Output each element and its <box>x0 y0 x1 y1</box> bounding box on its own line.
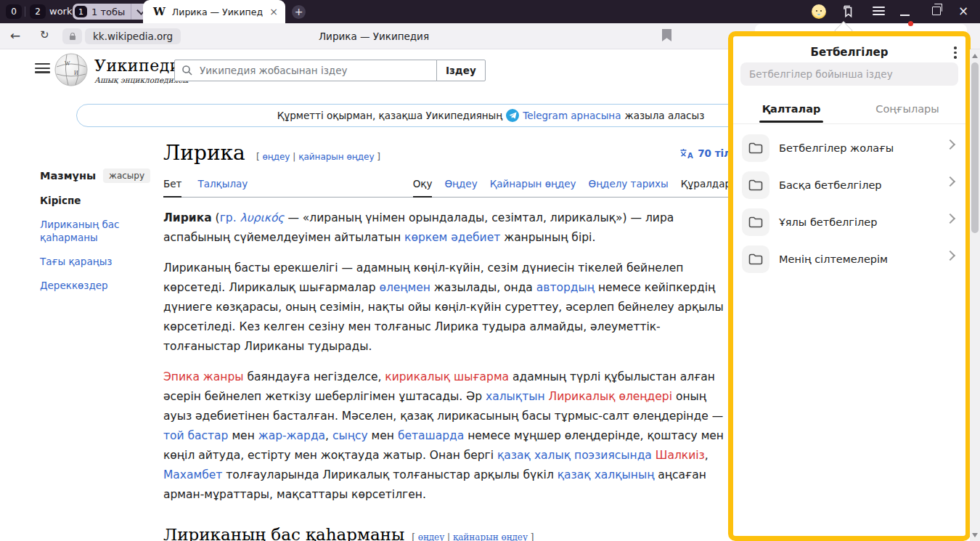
folder-row-other-bookmarks[interactable]: Басқа бетбелгілер <box>733 166 965 203</box>
new-tab-button[interactable]: + <box>292 5 306 19</box>
page-scrollbar[interactable] <box>970 49 980 541</box>
wiki-search-box[interactable] <box>174 60 437 81</box>
inline-link[interactable]: Лирикалық өлеңдері <box>549 390 673 403</box>
inline-text: жазылады, онда <box>430 281 536 294</box>
inline-link[interactable]: той бастар <box>163 429 228 442</box>
scrollbar-up-arrow[interactable] <box>972 54 978 58</box>
wiki-hamburger-icon[interactable] <box>35 63 50 73</box>
inline-text: мен <box>368 429 398 442</box>
search-icon <box>181 65 193 76</box>
folder-list: Бетбелгілер жолағы Басқа бетбелгілер Ұял… <box>733 129 965 277</box>
tab-title: Лирика — Уикипедия <box>172 7 263 17</box>
toc-item-kirispe[interactable]: Кіріспе <box>40 194 142 207</box>
work-group-count-badge[interactable]: 2 <box>30 4 46 19</box>
scrollbar-down-arrow[interactable] <box>972 533 978 537</box>
folder-label: Ұялы бетбелгілер <box>779 216 877 228</box>
scrollbar-thumb[interactable] <box>971 62 979 233</box>
toc-item-tagy-qaranyz[interactable]: Тағы қараңыз <box>40 255 142 268</box>
tab-tools[interactable]: Құралдар <box>681 174 731 197</box>
inline-link[interactable]: автордың <box>536 281 595 294</box>
active-tab-underline <box>759 121 823 123</box>
window-close-button[interactable]: × <box>958 4 968 18</box>
inline-link[interactable]: қазақ халық поэзиясында <box>497 449 652 462</box>
inline-link[interactable]: Эпика жанры <box>163 370 244 383</box>
inline-text: | <box>444 532 453 541</box>
svg-text:И: И <box>74 70 78 76</box>
inline-link[interactable]: сыңсу <box>332 429 368 442</box>
pinned-tabs-badge[interactable]: 0 <box>6 4 22 19</box>
active-tab[interactable]: W Лирика — Уикипедия × <box>143 0 285 23</box>
tab-history[interactable]: Өңделу тарихы <box>589 174 669 197</box>
inline-link[interactable]: халықтын <box>486 390 545 403</box>
inline-link[interactable]: гр. <box>220 211 237 224</box>
inline-link[interactable]: өңдеу <box>262 152 290 162</box>
window-restore-button[interactable] <box>932 7 941 15</box>
inline-text: мен <box>228 429 258 442</box>
wikipedia-logo[interactable]: W И <box>54 52 89 87</box>
tab-edit[interactable]: Өңдеу <box>444 174 477 197</box>
avatar-mouth <box>817 14 820 15</box>
folder-row-mobile-bookmarks[interactable]: Ұялы бетбелгілер <box>733 203 965 240</box>
panel-tabs: Қалталар Соңғылары <box>733 97 965 124</box>
translate-icon: A <box>679 148 693 159</box>
telegram-icon <box>506 109 519 122</box>
wikipedia-favicon: W <box>153 5 166 18</box>
toc-item-bas-qaharmany[interactable]: Лириканың бас қаһарманы <box>40 218 142 244</box>
folder-label: Бетбелгілер жолағы <box>779 142 894 154</box>
inline-link[interactable]: кирикалық шығарма <box>385 370 509 383</box>
inline-link[interactable]: көркем әдебиет <box>404 231 500 244</box>
toc-hide-button[interactable]: жасыру <box>103 168 150 183</box>
tabstrip-divider <box>25 7 25 17</box>
kebab-menu-icon[interactable] <box>954 46 957 61</box>
toc-item-derekkozder[interactable]: Дереккөздер <box>40 279 142 292</box>
tab-recent[interactable]: Соңғылары <box>849 97 965 123</box>
inline-link[interactable]: қазақ халқының <box>558 468 655 481</box>
browser-menu-icon[interactable] <box>873 7 885 16</box>
folder-row-my-links[interactable]: Менің сілтемелерім <box>733 240 965 277</box>
section-edit-links[interactable]: [ өңдеу | қайнарын өңдеу ] <box>412 532 534 541</box>
folder-row-bookmarks-bar[interactable]: Бетбелгілер жолағы <box>733 129 965 166</box>
window-minimize-button[interactable] <box>900 15 910 16</box>
banner-text-pre: Құрметті оқырман, қазақша Уикипедияның <box>277 110 503 121</box>
title-edit-links[interactable]: [ өңдеу | қайнарын өңдеу ] <box>256 152 380 162</box>
inline-link[interactable]: λυρικός <box>240 211 285 224</box>
banner-text-post: жазыла аласыз <box>624 110 704 121</box>
inline-text: толғауларында Лирикалық толғаныстар арқы… <box>222 468 557 481</box>
folder-icon <box>742 171 769 199</box>
language-selector[interactable]: A 70 тіл <box>679 147 731 159</box>
inline-link[interactable]: қайнарын өңдеу <box>298 152 374 162</box>
inline-link[interactable]: өңдеу <box>418 532 444 541</box>
table-of-contents: Мазмұны жасыру Кіріспе Лириканың бас қаһ… <box>40 168 142 292</box>
tab-edit-source[interactable]: Қайнарын өңдеу <box>490 174 576 197</box>
telegram-channel-link[interactable]: Telegram арнасына <box>523 110 621 121</box>
inline-link[interactable]: Шалкиіз <box>656 449 705 462</box>
inline-link[interactable]: Махамбет <box>163 468 222 481</box>
profile-avatar[interactable] <box>812 4 826 19</box>
tab-read[interactable]: Оқу <box>413 174 433 198</box>
language-count: 70 тіл <box>698 147 731 159</box>
wiki-search-input[interactable] <box>198 64 436 77</box>
tab-talk[interactable]: Талқылау <box>197 174 248 197</box>
folder-icon <box>742 208 769 236</box>
work-group-label[interactable]: work <box>49 6 72 17</box>
inline-link[interactable]: беташарда <box>398 429 464 442</box>
bookmarks-search-input[interactable] <box>740 68 958 80</box>
tab-folders[interactable]: Қалталар <box>733 97 849 123</box>
group-label: 1 тобы <box>91 7 125 17</box>
bookmarks-panel-icon[interactable] <box>841 4 855 19</box>
inline-link[interactable]: өлеңмен <box>379 281 430 294</box>
bookmarks-search-box[interactable] <box>740 62 958 86</box>
chevron-right-icon <box>945 251 955 261</box>
tab-close-icon[interactable]: × <box>269 6 278 17</box>
folder-icon <box>742 134 769 162</box>
inline-text: , <box>705 449 709 462</box>
folder-label: Менің сілтемелерім <box>779 253 888 265</box>
wiki-search-button[interactable]: Іздеу <box>436 60 486 81</box>
inline-link[interactable]: жар-жарда <box>258 429 325 442</box>
inline-text: ( <box>212 211 220 224</box>
section-heading: Лириканың бас қаһарманы[ өңдеу | қайнары… <box>163 525 731 541</box>
tab-group-pill[interactable]: 1 1 тобы <box>73 4 150 20</box>
tab-page[interactable]: Бет <box>163 174 181 198</box>
inline-link[interactable]: қайнарын өңдеу <box>453 532 528 541</box>
chevron-right-icon <box>945 176 955 187</box>
